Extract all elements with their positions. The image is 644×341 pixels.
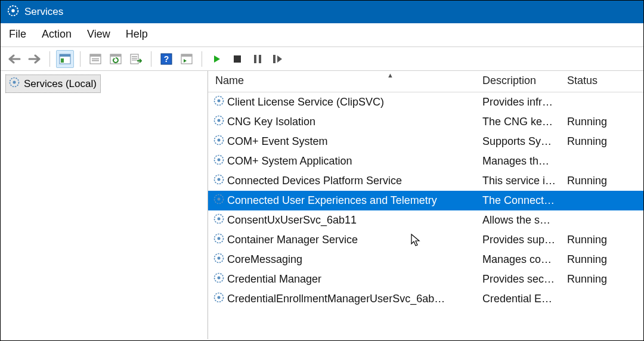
- gear-icon: [213, 134, 225, 149]
- service-name-cell: COM+ System Application: [208, 154, 482, 169]
- svg-point-28: [218, 119, 221, 122]
- service-row[interactable]: Connected Devices Platform ServiceThis s…: [208, 171, 643, 191]
- svg-point-32: [218, 159, 221, 162]
- service-status: Running: [567, 273, 621, 286]
- service-row[interactable]: Container Manager ServiceProvides sup…Ru…: [208, 230, 643, 250]
- console-tree-button[interactable]: [178, 50, 196, 68]
- tree-root-services-local[interactable]: Services (Local): [5, 75, 101, 93]
- back-button[interactable]: [5, 50, 23, 68]
- svg-rect-7: [92, 58, 99, 60]
- sort-ascending-icon: ▲: [387, 72, 394, 79]
- pause-service-button[interactable]: [249, 50, 267, 68]
- service-name-cell: Client License Service (ClipSVC): [208, 95, 482, 110]
- service-status: Running: [567, 135, 621, 148]
- gear-icon: [213, 213, 225, 228]
- svg-point-38: [218, 218, 221, 221]
- column-header-name[interactable]: Name ▲: [208, 75, 482, 87]
- service-name: ConsentUxUserSvc_6ab11: [227, 214, 357, 227]
- list-header: Name ▲ Description Status: [208, 71, 643, 92]
- svg-point-34: [218, 178, 221, 181]
- menu-help[interactable]: Help: [126, 28, 148, 41]
- svg-point-42: [218, 257, 221, 260]
- service-name-cell: CoreMessaging: [208, 252, 482, 267]
- service-name-cell: Credential Manager: [208, 272, 482, 287]
- toolbar-separator: [151, 51, 151, 67]
- service-name: COM+ Event System: [227, 135, 328, 148]
- list-pane: Name ▲ Description Status Client License…: [208, 71, 643, 339]
- svg-rect-22: [273, 55, 275, 63]
- gear-icon: [8, 76, 20, 91]
- menu-action[interactable]: Action: [42, 28, 72, 41]
- service-row[interactable]: ConsentUxUserSvc_6ab11Allows the s…: [208, 210, 643, 230]
- toolbar-separator: [80, 51, 80, 67]
- service-name: Container Manager Service: [227, 234, 358, 246]
- window-title: Services: [24, 6, 63, 18]
- column-header-description[interactable]: Description: [482, 75, 567, 87]
- gear-icon: [213, 154, 225, 169]
- forward-button[interactable]: [26, 50, 44, 68]
- services-icon: [7, 4, 20, 20]
- menu-view[interactable]: View: [87, 28, 110, 41]
- svg-rect-4: [61, 58, 64, 63]
- service-description: Provides infr…: [482, 96, 567, 108]
- service-description: Allows the s…: [482, 214, 567, 227]
- gear-icon: [213, 232, 225, 247]
- service-row[interactable]: Connected User Experiences and Telemetry…: [208, 191, 643, 210]
- service-name-cell: Connected Devices Platform Service: [208, 173, 482, 188]
- gear-icon: [213, 272, 225, 287]
- tree-pane: Services (Local): [1, 71, 208, 339]
- service-status: Running: [567, 234, 621, 246]
- menubar: File Action View Help: [1, 23, 643, 47]
- svg-rect-14: [132, 60, 137, 60]
- service-row[interactable]: COM+ Event SystemSupports Sy…Running: [208, 132, 643, 151]
- restart-service-button[interactable]: [269, 50, 287, 68]
- gear-icon: [213, 292, 225, 306]
- service-description: Credential E…: [482, 293, 567, 305]
- svg-rect-6: [90, 54, 101, 57]
- service-row[interactable]: COM+ System ApplicationManages th…: [208, 151, 643, 171]
- service-name: CoreMessaging: [227, 253, 302, 266]
- service-name-cell: CredentialEnrollmentManagerUserSvc_6ab…: [208, 292, 482, 306]
- menu-file[interactable]: File: [9, 28, 26, 41]
- svg-point-26: [218, 100, 221, 103]
- service-description: The Connect…: [482, 194, 567, 207]
- gear-icon: [213, 173, 225, 188]
- svg-rect-13: [132, 58, 137, 58]
- svg-rect-3: [60, 54, 70, 57]
- service-row[interactable]: CredentialEnrollmentManagerUserSvc_6ab…C…: [208, 289, 643, 309]
- svg-rect-11: [131, 54, 138, 64]
- gear-icon: [213, 252, 225, 267]
- service-row[interactable]: CNG Key IsolationThe CNG ke…Running: [208, 112, 643, 132]
- show-hide-tree-button[interactable]: [56, 50, 74, 68]
- refresh-button[interactable]: [107, 50, 125, 68]
- service-name: Credential Manager: [227, 273, 321, 286]
- service-name: Connected Devices Platform Service: [227, 175, 402, 187]
- service-name: Connected User Experiences and Telemetry: [227, 194, 437, 207]
- titlebar: Services: [1, 1, 643, 23]
- list-body: Client License Service (ClipSVC)Provides…: [208, 92, 643, 309]
- tree-root-label: Services (Local): [24, 78, 97, 90]
- service-row[interactable]: Credential ManagerProvides sec…Running: [208, 269, 643, 289]
- export-list-button[interactable]: [127, 50, 145, 68]
- stop-service-button[interactable]: [228, 50, 246, 68]
- properties-button[interactable]: [86, 50, 104, 68]
- toolbar-separator: [49, 51, 50, 67]
- gear-icon: [213, 193, 225, 208]
- svg-point-30: [218, 139, 221, 142]
- service-status: Running: [567, 116, 621, 128]
- service-description: Provides sup…: [482, 234, 567, 246]
- column-header-status[interactable]: Status: [567, 75, 621, 87]
- svg-point-24: [13, 81, 16, 84]
- service-name-cell: COM+ Event System: [208, 134, 482, 149]
- svg-point-46: [218, 296, 221, 299]
- svg-rect-12: [132, 56, 137, 57]
- start-service-button[interactable]: [208, 50, 226, 68]
- service-description: Provides sec…: [482, 273, 567, 286]
- service-row[interactable]: Client License Service (ClipSVC)Provides…: [208, 92, 643, 112]
- gear-icon: [213, 114, 225, 129]
- service-status: Running: [567, 253, 621, 266]
- service-row[interactable]: CoreMessagingManages co…Running: [208, 250, 643, 269]
- help-button[interactable]: ?: [157, 50, 175, 68]
- service-description: Supports Sy…: [482, 135, 567, 148]
- service-description: This service i…: [482, 175, 567, 187]
